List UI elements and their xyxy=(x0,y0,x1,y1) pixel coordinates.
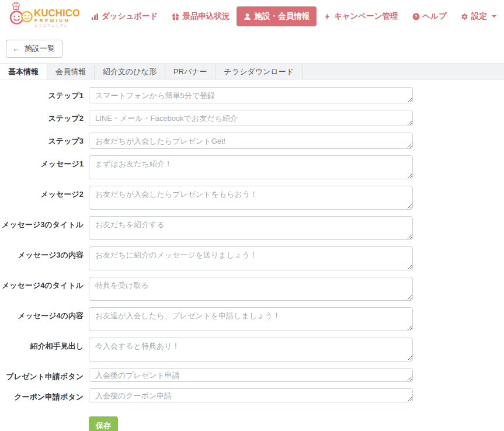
nav-item-prize-status[interactable]: 景品申込状況 xyxy=(165,6,237,26)
bolt-icon xyxy=(324,13,331,20)
nav-item-label: ダッシュボード xyxy=(102,11,158,22)
arrow-left-icon: ← xyxy=(12,44,20,53)
logo-tagline: クチコプレミアム xyxy=(34,24,68,27)
form-row-step3: ステップ3 xyxy=(0,133,504,149)
nav-item-label: 設定 xyxy=(471,11,487,22)
tab-flyer-download[interactable]: チラシダウンロード xyxy=(216,64,303,79)
form-row-message3-body: メッセージ3の内容 xyxy=(0,246,504,270)
form-row-present-request: プレゼント申請ボタン xyxy=(0,368,504,382)
field-textarea-message1[interactable] xyxy=(89,155,413,179)
tab-pr-banner[interactable]: PRバナー xyxy=(165,64,216,79)
form-row-message4-title: メッセージ4のタイトル xyxy=(0,277,504,301)
field-label-step1: ステップ1 xyxy=(0,87,84,101)
field-label-referral-heading: 紹介相手見出し xyxy=(0,338,84,352)
form-row-message4-body: メッセージ4の内容 xyxy=(0,307,504,331)
field-label-message3-body: メッセージ3の内容 xyxy=(0,246,84,260)
back-button-label: 施設一覧 xyxy=(25,43,55,54)
field-textarea-present-request[interactable] xyxy=(89,368,413,382)
field-textarea-coupon-request[interactable] xyxy=(89,388,413,402)
field-label-message1: メッセージ1 xyxy=(0,155,84,169)
save-button[interactable]: 保存 xyxy=(89,416,118,431)
basic-info-form: ステップ1ステップ2ステップ3メッセージ1メッセージ2メッセージ3のタイトルメッ… xyxy=(0,80,504,402)
nav-item-campaign-management[interactable]: キャンペーン管理 xyxy=(317,6,405,26)
tab-member-info[interactable]: 会員情報 xyxy=(47,64,95,79)
field-textarea-message4-title[interactable] xyxy=(89,277,413,301)
field-textarea-step1[interactable] xyxy=(89,87,413,103)
field-label-present-request: プレゼント申請ボタン xyxy=(0,368,84,382)
header: KUCHICO PREMIUM クチコプレミアム ダッシュボード景品申込状況施設… xyxy=(0,0,504,33)
gear-icon xyxy=(461,13,468,20)
nav-item-label: キャンペーン管理 xyxy=(334,11,398,22)
form-row-referral-heading: 紹介相手見出し xyxy=(0,338,504,362)
form-row-message3-title: メッセージ3のタイトル xyxy=(0,216,504,240)
field-label-message4-title: メッセージ4のタイトル xyxy=(0,277,84,291)
nav-item-dashboard[interactable]: ダッシュボード xyxy=(84,6,165,26)
kuchico-logo-icon: KUCHICO PREMIUM クチコプレミアム xyxy=(8,1,79,29)
user-icon xyxy=(244,13,251,20)
back-to-facility-list-button[interactable]: ← 施設一覧 xyxy=(6,40,62,58)
field-textarea-message2[interactable] xyxy=(89,186,413,210)
nav-item-label: 景品申込状況 xyxy=(182,11,230,22)
form-row-message1: メッセージ1 xyxy=(0,155,504,179)
form-row-message2: メッセージ2 xyxy=(0,186,504,210)
bar-chart-icon xyxy=(91,13,99,20)
chevron-down-icon xyxy=(492,15,496,18)
form-row-step1: ステップ1 xyxy=(0,87,504,103)
field-textarea-message3-title[interactable] xyxy=(89,216,413,240)
form-row-step2: ステップ2 xyxy=(0,110,504,126)
form-row-coupon-request: クーポン申請ボタン xyxy=(0,388,504,402)
nav-item-help[interactable]: ?ヘルプ xyxy=(405,6,454,26)
question-circle-icon: ? xyxy=(412,13,420,20)
field-textarea-referral-heading[interactable] xyxy=(89,338,413,362)
tab-basic-info[interactable]: 基本情報 xyxy=(0,64,47,79)
field-textarea-message4-body[interactable] xyxy=(89,307,413,331)
main-nav: ダッシュボード景品申込状況施設・会員情報キャンペーン管理?ヘルプ設定 xyxy=(84,6,503,26)
field-label-message4-body: メッセージ4の内容 xyxy=(0,307,84,321)
field-textarea-step3[interactable] xyxy=(89,133,413,149)
nav-item-facility-member-info[interactable]: 施設・会員情報 xyxy=(237,6,317,26)
field-textarea-message3-body[interactable] xyxy=(89,246,413,270)
toolbar: ← 施設一覧 xyxy=(0,33,504,63)
field-label-step2: ステップ2 xyxy=(0,110,84,124)
nav-item-settings[interactable]: 設定 xyxy=(454,6,503,26)
field-textarea-step2[interactable] xyxy=(89,110,413,126)
logo-title: KUCHICO xyxy=(34,8,79,19)
svg-text:?: ? xyxy=(415,14,418,19)
field-label-coupon-request: クーポン申請ボタン xyxy=(0,388,84,402)
field-label-step3: ステップ3 xyxy=(0,133,84,147)
field-label-message2: メッセージ2 xyxy=(0,186,84,200)
logo-subtitle: PREMIUM xyxy=(34,18,71,23)
field-label-message3-title: メッセージ3のタイトル xyxy=(0,216,84,230)
gift-icon xyxy=(172,13,179,20)
tab-intro-template[interactable]: 紹介文のひな形 xyxy=(95,64,165,79)
nav-item-label: 施設・会員情報 xyxy=(254,11,310,22)
kuchico-logo: KUCHICO PREMIUM クチコプレミアム xyxy=(8,1,79,32)
tab-bar: 基本情報会員情報紹介文のひな形PRバナーチラシダウンロード xyxy=(0,63,504,80)
nav-item-label: ヘルプ xyxy=(423,11,447,22)
